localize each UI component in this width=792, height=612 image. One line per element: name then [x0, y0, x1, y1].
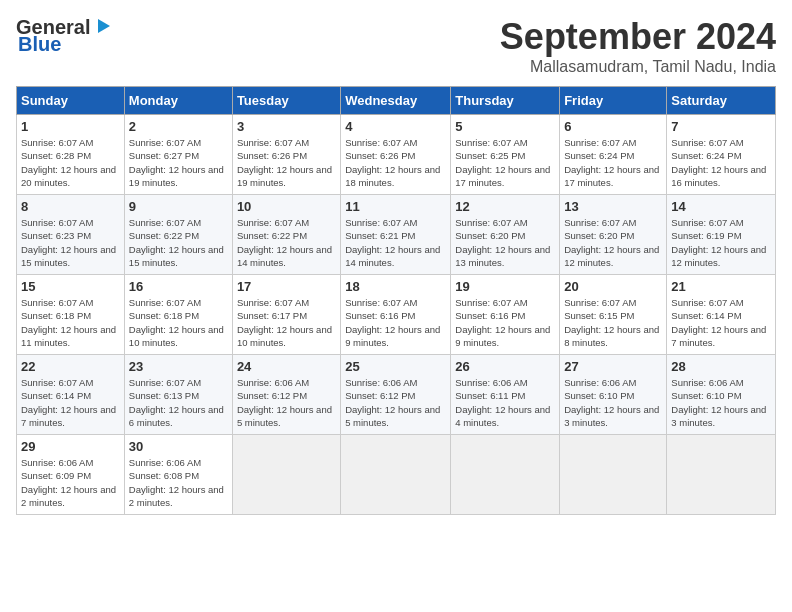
day-number: 6: [564, 119, 662, 134]
calendar-cell: 13Sunrise: 6:07 AM Sunset: 6:20 PM Dayli…: [560, 195, 667, 275]
cell-info: Sunrise: 6:07 AM Sunset: 6:25 PM Dayligh…: [455, 136, 555, 189]
cell-info: Sunrise: 6:07 AM Sunset: 6:23 PM Dayligh…: [21, 216, 120, 269]
calendar-cell: 30Sunrise: 6:06 AM Sunset: 6:08 PM Dayli…: [124, 435, 232, 515]
calendar-cell: 6Sunrise: 6:07 AM Sunset: 6:24 PM Daylig…: [560, 115, 667, 195]
calendar-cell: 22Sunrise: 6:07 AM Sunset: 6:14 PM Dayli…: [17, 355, 125, 435]
day-number: 28: [671, 359, 771, 374]
day-number: 2: [129, 119, 228, 134]
calendar-cell: [451, 435, 560, 515]
cell-info: Sunrise: 6:07 AM Sunset: 6:22 PM Dayligh…: [237, 216, 336, 269]
day-number: 21: [671, 279, 771, 294]
calendar-cell: 7Sunrise: 6:07 AM Sunset: 6:24 PM Daylig…: [667, 115, 776, 195]
day-number: 16: [129, 279, 228, 294]
calendar-week-3: 15Sunrise: 6:07 AM Sunset: 6:18 PM Dayli…: [17, 275, 776, 355]
day-number: 18: [345, 279, 446, 294]
header-tuesday: Tuesday: [232, 87, 340, 115]
calendar-cell: 21Sunrise: 6:07 AM Sunset: 6:14 PM Dayli…: [667, 275, 776, 355]
calendar-cell: 15Sunrise: 6:07 AM Sunset: 6:18 PM Dayli…: [17, 275, 125, 355]
cell-info: Sunrise: 6:07 AM Sunset: 6:16 PM Dayligh…: [455, 296, 555, 349]
day-number: 22: [21, 359, 120, 374]
month-title: September 2024: [500, 16, 776, 58]
cell-info: Sunrise: 6:07 AM Sunset: 6:24 PM Dayligh…: [564, 136, 662, 189]
cell-info: Sunrise: 6:06 AM Sunset: 6:10 PM Dayligh…: [564, 376, 662, 429]
calendar-cell: 4Sunrise: 6:07 AM Sunset: 6:26 PM Daylig…: [341, 115, 451, 195]
svg-marker-0: [98, 19, 110, 33]
day-number: 23: [129, 359, 228, 374]
day-number: 17: [237, 279, 336, 294]
cell-info: Sunrise: 6:07 AM Sunset: 6:26 PM Dayligh…: [345, 136, 446, 189]
day-number: 24: [237, 359, 336, 374]
cell-info: Sunrise: 6:07 AM Sunset: 6:16 PM Dayligh…: [345, 296, 446, 349]
calendar-cell: 14Sunrise: 6:07 AM Sunset: 6:19 PM Dayli…: [667, 195, 776, 275]
calendar-cell: 3Sunrise: 6:07 AM Sunset: 6:26 PM Daylig…: [232, 115, 340, 195]
calendar-cell: 17Sunrise: 6:07 AM Sunset: 6:17 PM Dayli…: [232, 275, 340, 355]
calendar-cell: 26Sunrise: 6:06 AM Sunset: 6:11 PM Dayli…: [451, 355, 560, 435]
calendar-cell: 27Sunrise: 6:06 AM Sunset: 6:10 PM Dayli…: [560, 355, 667, 435]
calendar-week-1: 1Sunrise: 6:07 AM Sunset: 6:28 PM Daylig…: [17, 115, 776, 195]
cell-info: Sunrise: 6:06 AM Sunset: 6:09 PM Dayligh…: [21, 456, 120, 509]
day-number: 15: [21, 279, 120, 294]
calendar-cell: [341, 435, 451, 515]
day-number: 1: [21, 119, 120, 134]
day-number: 30: [129, 439, 228, 454]
header-thursday: Thursday: [451, 87, 560, 115]
day-number: 4: [345, 119, 446, 134]
calendar-week-4: 22Sunrise: 6:07 AM Sunset: 6:14 PM Dayli…: [17, 355, 776, 435]
header-row: Sunday Monday Tuesday Wednesday Thursday…: [17, 87, 776, 115]
calendar-week-2: 8Sunrise: 6:07 AM Sunset: 6:23 PM Daylig…: [17, 195, 776, 275]
location-title: Mallasamudram, Tamil Nadu, India: [500, 58, 776, 76]
calendar-cell: 11Sunrise: 6:07 AM Sunset: 6:21 PM Dayli…: [341, 195, 451, 275]
cell-info: Sunrise: 6:06 AM Sunset: 6:08 PM Dayligh…: [129, 456, 228, 509]
calendar-cell: 24Sunrise: 6:06 AM Sunset: 6:12 PM Dayli…: [232, 355, 340, 435]
header-friday: Friday: [560, 87, 667, 115]
cell-info: Sunrise: 6:06 AM Sunset: 6:10 PM Dayligh…: [671, 376, 771, 429]
cell-info: Sunrise: 6:07 AM Sunset: 6:14 PM Dayligh…: [671, 296, 771, 349]
calendar-week-5: 29Sunrise: 6:06 AM Sunset: 6:09 PM Dayli…: [17, 435, 776, 515]
header-monday: Monday: [124, 87, 232, 115]
cell-info: Sunrise: 6:07 AM Sunset: 6:22 PM Dayligh…: [129, 216, 228, 269]
day-number: 25: [345, 359, 446, 374]
calendar-cell: 18Sunrise: 6:07 AM Sunset: 6:16 PM Dayli…: [341, 275, 451, 355]
day-number: 8: [21, 199, 120, 214]
calendar-cell: 1Sunrise: 6:07 AM Sunset: 6:28 PM Daylig…: [17, 115, 125, 195]
calendar-cell: 12Sunrise: 6:07 AM Sunset: 6:20 PM Dayli…: [451, 195, 560, 275]
cell-info: Sunrise: 6:07 AM Sunset: 6:14 PM Dayligh…: [21, 376, 120, 429]
header-wednesday: Wednesday: [341, 87, 451, 115]
day-number: 12: [455, 199, 555, 214]
logo: General Blue: [16, 16, 114, 56]
cell-info: Sunrise: 6:07 AM Sunset: 6:27 PM Dayligh…: [129, 136, 228, 189]
cell-info: Sunrise: 6:07 AM Sunset: 6:20 PM Dayligh…: [564, 216, 662, 269]
cell-info: Sunrise: 6:07 AM Sunset: 6:26 PM Dayligh…: [237, 136, 336, 189]
cell-info: Sunrise: 6:07 AM Sunset: 6:18 PM Dayligh…: [21, 296, 120, 349]
cell-info: Sunrise: 6:06 AM Sunset: 6:11 PM Dayligh…: [455, 376, 555, 429]
calendar-cell: 25Sunrise: 6:06 AM Sunset: 6:12 PM Dayli…: [341, 355, 451, 435]
calendar-cell: 8Sunrise: 6:07 AM Sunset: 6:23 PM Daylig…: [17, 195, 125, 275]
cell-info: Sunrise: 6:07 AM Sunset: 6:21 PM Dayligh…: [345, 216, 446, 269]
day-number: 9: [129, 199, 228, 214]
day-number: 7: [671, 119, 771, 134]
cell-info: Sunrise: 6:07 AM Sunset: 6:17 PM Dayligh…: [237, 296, 336, 349]
calendar-cell: [232, 435, 340, 515]
calendar-cell: 20Sunrise: 6:07 AM Sunset: 6:15 PM Dayli…: [560, 275, 667, 355]
title-area: September 2024 Mallasamudram, Tamil Nadu…: [500, 16, 776, 76]
cell-info: Sunrise: 6:07 AM Sunset: 6:20 PM Dayligh…: [455, 216, 555, 269]
day-number: 19: [455, 279, 555, 294]
cell-info: Sunrise: 6:07 AM Sunset: 6:24 PM Dayligh…: [671, 136, 771, 189]
logo-blue: Blue: [18, 33, 61, 56]
cell-info: Sunrise: 6:07 AM Sunset: 6:15 PM Dayligh…: [564, 296, 662, 349]
logo-arrow-icon: [92, 15, 114, 37]
day-number: 14: [671, 199, 771, 214]
header-sunday: Sunday: [17, 87, 125, 115]
day-number: 11: [345, 199, 446, 214]
day-number: 5: [455, 119, 555, 134]
day-number: 10: [237, 199, 336, 214]
calendar-cell: 19Sunrise: 6:07 AM Sunset: 6:16 PM Dayli…: [451, 275, 560, 355]
cell-info: Sunrise: 6:07 AM Sunset: 6:19 PM Dayligh…: [671, 216, 771, 269]
calendar-cell: [560, 435, 667, 515]
calendar-cell: 10Sunrise: 6:07 AM Sunset: 6:22 PM Dayli…: [232, 195, 340, 275]
calendar-cell: 2Sunrise: 6:07 AM Sunset: 6:27 PM Daylig…: [124, 115, 232, 195]
calendar-cell: 16Sunrise: 6:07 AM Sunset: 6:18 PM Dayli…: [124, 275, 232, 355]
calendar-cell: 23Sunrise: 6:07 AM Sunset: 6:13 PM Dayli…: [124, 355, 232, 435]
cell-info: Sunrise: 6:06 AM Sunset: 6:12 PM Dayligh…: [237, 376, 336, 429]
calendar-table: Sunday Monday Tuesday Wednesday Thursday…: [16, 86, 776, 515]
